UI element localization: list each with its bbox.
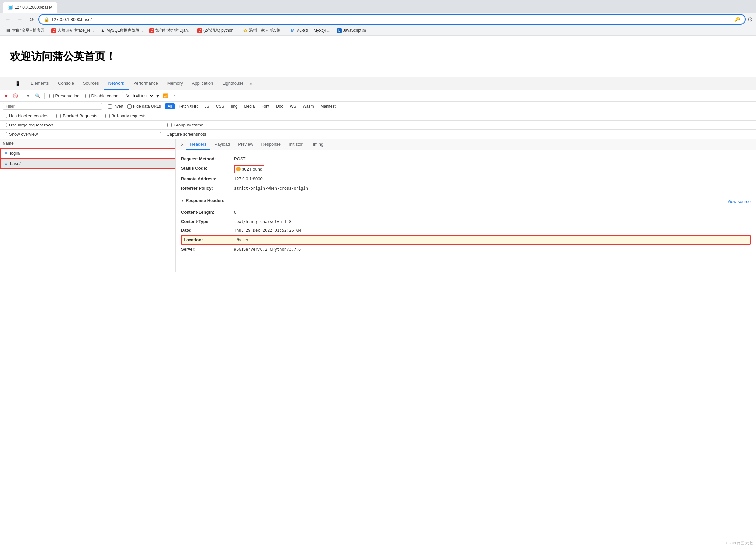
bookmark-item[interactable]: B JavaScript 编: [334, 27, 369, 34]
tab-memory[interactable]: Memory: [163, 78, 188, 90]
disable-cache-checkbox-label[interactable]: Disable cache: [83, 93, 121, 99]
group-by-frame-label[interactable]: Group by frame: [167, 123, 203, 128]
detail-tab-payload[interactable]: Payload: [210, 139, 234, 150]
tab-performance[interactable]: Performance: [129, 78, 162, 90]
tab-console[interactable]: Console: [53, 78, 79, 90]
tab-application[interactable]: Application: [188, 78, 218, 90]
devtools-pointer-icon[interactable]: ⬚: [3, 79, 12, 88]
capture-screenshots-label[interactable]: Capture screenshots: [160, 132, 206, 137]
group-by-frame-checkbox[interactable]: [167, 123, 172, 127]
active-tab[interactable]: 🌐 127.0.0.1:8000/base/: [3, 2, 57, 13]
wifi-button[interactable]: 📶: [161, 92, 170, 100]
date-code: Thu, 29 Dec 2022 01:52:26 GMT: [234, 228, 303, 233]
search-button[interactable]: 🔍: [33, 92, 42, 100]
bookmark-item[interactable]: C 如何把本地的Djan...: [147, 27, 193, 34]
filter-type-all[interactable]: All: [165, 103, 175, 109]
address-bar[interactable]: 🔒 127.0.0.1:8000/base/ 🔑: [39, 15, 745, 24]
more-tabs-button[interactable]: »: [248, 78, 255, 90]
name-column-header: Name: [3, 141, 14, 146]
tab-network[interactable]: Network: [104, 78, 129, 90]
back-button[interactable]: ←: [3, 15, 13, 24]
filter-type-media[interactable]: Media: [241, 103, 257, 109]
third-party-label[interactable]: 3rd-party requests: [105, 113, 147, 118]
use-large-rows-checkbox[interactable]: [3, 123, 7, 127]
view-source-link[interactable]: View source: [727, 199, 751, 204]
network-list-item-base[interactable]: ≡ base/: [0, 158, 175, 169]
bookmark-label: 太白*金星 - 博客园: [12, 28, 45, 33]
invert-checkbox[interactable]: [108, 104, 112, 109]
filter-type-js[interactable]: JS: [202, 103, 212, 109]
network-list-item[interactable]: ≡ login/: [0, 148, 175, 158]
bookmark-favicon: C: [197, 28, 202, 33]
content-type-value: text/html; charset=utf-8: [234, 218, 291, 225]
bookmark-item[interactable]: ♟ MySQL数据库阶段...: [98, 27, 145, 34]
bookmark-label: 温州一家人 第5集...: [249, 28, 284, 33]
devtools-device-icon[interactable]: 📱: [12, 79, 23, 88]
bookmark-favicon: 白: [6, 28, 11, 33]
filter-input[interactable]: [3, 103, 102, 110]
has-blocked-cookies-checkbox[interactable]: [3, 114, 7, 118]
detail-tab-preview[interactable]: Preview: [234, 139, 257, 150]
referrer-policy-value: strict-origin-when-cross-origin: [234, 185, 308, 192]
content-type-key: Content-Type:: [181, 218, 234, 225]
doc-icon-2: ≡: [3, 161, 8, 166]
tab-sources[interactable]: Sources: [79, 78, 104, 90]
request-method-value: POST: [234, 156, 245, 162]
detail-close-button[interactable]: ×: [178, 140, 186, 149]
bookmark-item[interactable]: 白 太白*金星 - 博客园: [3, 27, 47, 34]
filter-button[interactable]: ▼: [24, 92, 32, 100]
has-blocked-cookies-label[interactable]: Has blocked cookies: [3, 113, 48, 118]
bookmark-label: (2条消息) python...: [203, 28, 237, 33]
detail-tab-initiator[interactable]: Initiator: [285, 139, 307, 150]
tab-lighthouse[interactable]: Lighthouse: [218, 78, 248, 90]
bookmark-item[interactable]: C (2条消息) python...: [195, 27, 239, 34]
record-button[interactable]: ●: [3, 91, 10, 100]
capture-screenshots-checkbox[interactable]: [160, 132, 164, 137]
filter-type-css[interactable]: CSS: [213, 103, 227, 109]
upload-button[interactable]: ↑: [171, 92, 177, 100]
location-value: /base/: [237, 237, 248, 244]
filter-type-manifest[interactable]: Manifest: [318, 103, 338, 109]
disable-cache-checkbox[interactable]: [85, 94, 90, 98]
detail-tab-timing[interactable]: Timing: [307, 139, 328, 150]
bookmark-item[interactable]: ✿ 温州一家人 第5集...: [241, 27, 286, 34]
use-large-rows-label[interactable]: Use large request rows: [3, 123, 53, 128]
bookmark-item[interactable]: M MySQL :: MySQL...: [288, 28, 333, 34]
date-value: Thu, 29 Dec 2022 01:52:26 GMT: [234, 227, 303, 234]
filter-type-img[interactable]: Img: [228, 103, 240, 109]
location-row: Location: /base/: [181, 235, 751, 245]
filter-type-font[interactable]: Font: [259, 103, 272, 109]
hide-data-urls-checkbox-label[interactable]: Hide data URLs: [127, 104, 161, 109]
show-overview-label[interactable]: Show overview: [3, 132, 38, 137]
invert-checkbox-label[interactable]: Invert: [108, 104, 123, 109]
tab-elements[interactable]: Elements: [26, 78, 53, 90]
forward-button[interactable]: →: [15, 15, 25, 24]
response-headers-title[interactable]: Response Headers: [181, 198, 224, 203]
clear-button[interactable]: 🚫: [11, 92, 20, 100]
show-overview-text: Show overview: [9, 132, 38, 137]
filter-type-ws[interactable]: WS: [287, 103, 299, 109]
blocked-requests-checkbox[interactable]: [56, 114, 61, 118]
blocked-requests-label[interactable]: Blocked Requests: [56, 113, 97, 118]
devtools: ⬚ 📱 Elements Console Sources Network Per…: [0, 77, 756, 272]
reload-button[interactable]: ⟳: [27, 15, 36, 24]
hide-data-urls-label: Hide data URLs: [133, 104, 161, 109]
third-party-checkbox[interactable]: [105, 114, 110, 118]
bookmark-item[interactable]: C 人脸识别库face_re...: [49, 27, 96, 34]
filter-type-doc[interactable]: Doc: [273, 103, 286, 109]
options-bar-1: Has blocked cookies Blocked Requests 3rd…: [0, 111, 756, 121]
detail-tab-headers[interactable]: Headers: [186, 139, 210, 150]
show-overview-checkbox[interactable]: [3, 132, 7, 137]
preserve-log-checkbox[interactable]: [49, 94, 54, 98]
download-icon: ↓: [180, 93, 182, 98]
detail-tab-response[interactable]: Response: [257, 139, 285, 150]
preserve-log-checkbox-label[interactable]: Preserve log: [47, 93, 82, 99]
request-method-key: Request Method:: [181, 156, 234, 162]
network-list: Name ≡ login/ ≡ base/: [0, 139, 176, 272]
throttle-select[interactable]: No throttling: [122, 92, 154, 99]
filter-type-wasm[interactable]: Wasm: [300, 103, 317, 109]
download-button[interactable]: ↓: [178, 92, 184, 100]
blocked-requests-text: Blocked Requests: [63, 113, 97, 118]
filter-type-fetch-xhr[interactable]: Fetch/XHR: [176, 103, 201, 109]
hide-data-urls-checkbox[interactable]: [127, 104, 132, 109]
